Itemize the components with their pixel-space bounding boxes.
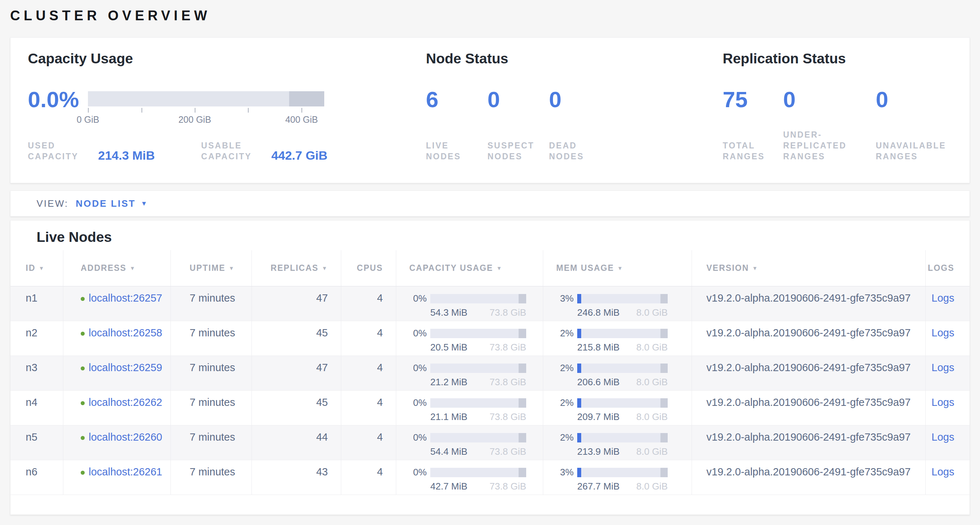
table-header-row: ID ▼ ADDRESS ▼ UPTIME ▼ REPLICAS ▼ CPUS … (11, 250, 969, 286)
table-footer (11, 495, 969, 514)
node-address-link[interactable]: localhost:26260 (89, 431, 162, 443)
total-ranges-value: 75 (723, 88, 783, 112)
mem-used-value: 209.7 MiB (577, 411, 620, 423)
node-uptime-cell: 7 minutes (170, 391, 251, 425)
node-version-cell: v19.2.0-alpha.20190606-2491-gfe735c9a97 (692, 321, 925, 356)
unavailable-ranges-stat: 0 UNAVAILABLE RANGES (876, 88, 946, 162)
column-header-uptime[interactable]: UPTIME ▼ (170, 250, 251, 286)
mem-bar-fill (577, 433, 581, 442)
node-cpus-cell: 4 (341, 286, 396, 321)
node-address-link[interactable]: localhost:26261 (89, 466, 162, 477)
live-nodes-label: LIVE NODES (426, 140, 487, 162)
sort-arrow-icon: ▼ (39, 265, 45, 271)
node-logs-cell: Logs (925, 391, 969, 425)
usable-capacity-stat: USABLE CAPACITY 442.7 GiB (201, 140, 328, 162)
under-replicated-ranges-value: 0 (783, 88, 876, 112)
logs-link[interactable]: Logs (932, 292, 954, 304)
node-address-cell: localhost:26259 (63, 356, 170, 390)
mem-usage-cell: 2% 215.8 MiB 8.0 GiB (543, 321, 692, 356)
bar-end-segment (519, 364, 526, 373)
column-header-replicas[interactable]: REPLICAS ▼ (251, 250, 341, 286)
capacity-used-value: 21.1 MiB (430, 411, 468, 423)
mem-used-value: 215.8 MiB (577, 342, 620, 353)
unavailable-ranges-label: UNAVAILABLE RANGES (876, 140, 946, 162)
node-address-cell: localhost:26260 (63, 425, 170, 460)
node-cpus-cell: 4 (341, 356, 396, 390)
bar-end-segment (660, 468, 668, 477)
table-body: n1 localhost:26257 7 minutes 47 4 0% (11, 286, 969, 495)
table-row: n6 localhost:26261 7 minutes 43 4 0% (11, 460, 969, 495)
column-header-address[interactable]: ADDRESS ▼ (63, 250, 170, 286)
replication-status-stats: 75 TOTAL RANGES 0 UNDER- REPLICATED RANG… (723, 88, 952, 162)
capacity-chart-row: 0.0% 0 GiB (28, 88, 426, 124)
capacity-used-value: 54.3 MiB (430, 307, 468, 318)
node-address-link[interactable]: localhost:26262 (89, 396, 162, 408)
column-header-capacity-usage[interactable]: CAPACITY USAGE ▼ (396, 250, 543, 286)
node-id-cell: n6 (11, 460, 63, 495)
node-live-status-icon (81, 436, 85, 440)
mem-usage-cell: 2% 206.6 MiB 8.0 GiB (543, 356, 692, 390)
sort-arrow-icon: ▼ (496, 265, 503, 271)
node-version-cell: v19.2.0-alpha.20190606-2491-gfe735c9a97 (692, 391, 925, 425)
total-ranges-label: TOTAL RANGES (723, 140, 783, 162)
column-header-mem-usage[interactable]: MEM USAGE ▼ (543, 250, 692, 286)
capacity-total-value: 73.8 GiB (490, 411, 526, 423)
bar-end-segment (660, 398, 668, 408)
logs-link[interactable]: Logs (932, 327, 954, 338)
mem-percent-label: 2% (556, 328, 574, 339)
replication-status-title: Replication Status (723, 51, 952, 67)
node-address-cell: localhost:26257 (63, 286, 170, 321)
capacity-percent-label: 0% (409, 432, 427, 443)
mem-bar-fill (577, 364, 581, 373)
node-replicas-cell: 47 (251, 356, 341, 390)
node-cpus-cell: 4 (341, 425, 396, 460)
logs-link[interactable]: Logs (932, 396, 954, 408)
column-header-id[interactable]: ID ▼ (11, 250, 63, 286)
capacity-usage-bar (430, 329, 526, 338)
logs-link[interactable]: Logs (932, 431, 954, 443)
node-address-link[interactable]: localhost:26259 (89, 362, 162, 373)
node-replicas-cell: 45 (251, 391, 341, 425)
logs-link[interactable]: Logs (932, 362, 954, 373)
capacity-usage-cell: 0% 54.4 MiB 73.8 GiB (396, 425, 543, 460)
column-header-version[interactable]: VERSION ▼ (692, 250, 925, 286)
node-version-cell: v19.2.0-alpha.20190606-2491-gfe735c9a97 (692, 425, 925, 460)
mem-usage-bar (577, 433, 668, 442)
capacity-percent-label: 0% (409, 328, 427, 339)
node-status-title: Node Status (426, 51, 723, 67)
node-logs-cell: Logs (925, 425, 969, 460)
capacity-usage-bar (430, 398, 526, 408)
suspect-nodes-value: 0 (487, 88, 549, 112)
used-capacity-stat: USED CAPACITY 214.3 MiB (28, 140, 155, 162)
logs-link[interactable]: Logs (932, 466, 954, 477)
view-mode-dropdown[interactable]: NODE LIST ▼ (76, 198, 147, 209)
node-logs-cell: Logs (925, 356, 969, 390)
capacity-bar-chart: 0 GiB 200 GiB 400 GiB (88, 91, 324, 124)
sort-arrow-icon: ▼ (229, 265, 235, 271)
node-cpus-cell: 4 (341, 321, 396, 356)
axis-tick (142, 108, 142, 113)
node-uptime-cell: 7 minutes (170, 286, 251, 321)
cluster-overview-page: CLUSTER OVERVIEW Capacity Usage 0.0% (10, 8, 970, 515)
mem-bar-fill (577, 468, 581, 477)
mem-bar-fill (577, 329, 581, 338)
mem-usage-bar (577, 329, 668, 338)
axis-tick (301, 108, 302, 113)
dead-nodes-value: 0 (549, 88, 611, 112)
mem-used-value: 206.6 MiB (577, 377, 620, 388)
mem-usage-bar (577, 364, 668, 373)
node-id: n6 (26, 466, 37, 477)
bar-end-segment (660, 294, 668, 303)
mem-total-value: 8.0 GiB (636, 446, 668, 457)
sort-arrow-icon: ▼ (752, 265, 759, 271)
live-nodes-stat: 6 LIVE NODES (426, 88, 487, 162)
node-address-link[interactable]: localhost:26258 (89, 327, 162, 338)
capacity-usage-cell: 0% 54.3 MiB 73.8 GiB (396, 286, 543, 321)
mem-total-value: 8.0 GiB (636, 411, 668, 423)
summary-card: Capacity Usage 0.0% (10, 37, 970, 183)
capacity-total-value: 73.8 GiB (490, 481, 526, 492)
node-live-status-icon (81, 471, 85, 475)
usable-capacity-value: 442.7 GiB (271, 149, 328, 162)
capacity-usage-body: 0.0% 0 GiB (28, 88, 426, 162)
node-address-link[interactable]: localhost:26257 (89, 292, 162, 304)
